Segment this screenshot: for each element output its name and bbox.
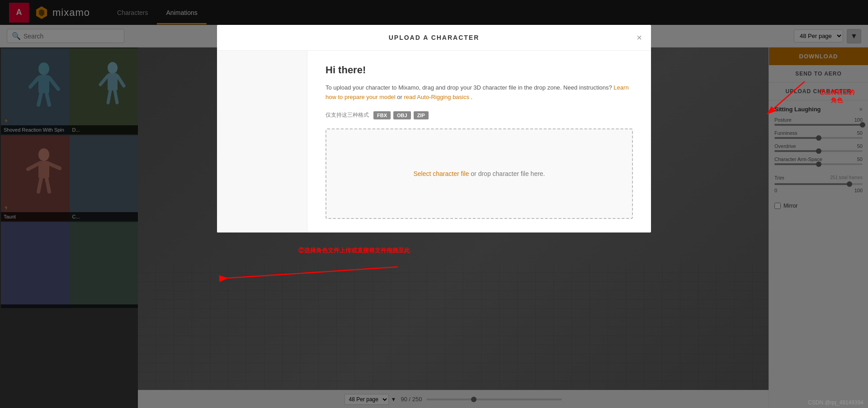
modal-desc-part1: To upload your character to Mixamo, drag… <box>326 84 612 91</box>
auto-rigging-link[interactable]: read Auto-Rigging basics <box>404 94 469 100</box>
watermark: CSDN @qq_49149394 <box>808 399 863 406</box>
annotation-text-1: ①上传自己的角色 <box>819 88 854 104</box>
modal-body: Hi there! To upload your character to Mi… <box>217 51 651 232</box>
format-fbx: FBX <box>373 111 391 119</box>
format-zip: ZIP <box>414 111 429 119</box>
drop-zone-text: Select character file or drop character … <box>413 170 545 177</box>
modal-overlay[interactable]: UPLOAD A CHARACTER × Hi there! To upload… <box>0 0 868 408</box>
modal-header: UPLOAD A CHARACTER × <box>217 25 651 51</box>
modal-title: UPLOAD A CHARACTER <box>389 34 480 41</box>
format-intro-label: 仅支持这三种格式 <box>326 111 369 119</box>
modal-greeting: Hi there! <box>326 64 633 76</box>
modal-description: To upload your character to Mixamo, drag… <box>326 83 633 102</box>
annotation-arrow-1 <box>750 77 841 145</box>
modal-close-button[interactable]: × <box>637 33 642 43</box>
format-obj: OBJ <box>393 111 411 119</box>
drop-text: or drop character file here. <box>469 170 545 177</box>
svg-line-21 <box>226 267 398 278</box>
select-file-link[interactable]: Select character file <box>413 170 469 177</box>
svg-line-20 <box>769 81 805 113</box>
drop-zone[interactable]: Select character file or drop character … <box>326 128 633 219</box>
modal-right-panel: Hi there! To upload your character to Mi… <box>307 51 651 232</box>
modal-desc-end: . <box>471 94 473 100</box>
modal-left-panel <box>217 51 307 232</box>
annotation-text-2: ②选择角色文件上传或直接将文件拖拽至此 <box>298 247 410 255</box>
annotation-arrow-2 <box>145 253 416 299</box>
format-badges: 仅支持这三种格式 FBX OBJ ZIP <box>326 111 633 119</box>
upload-modal: UPLOAD A CHARACTER × Hi there! To upload… <box>217 25 651 232</box>
modal-desc-mid: or <box>397 94 404 100</box>
